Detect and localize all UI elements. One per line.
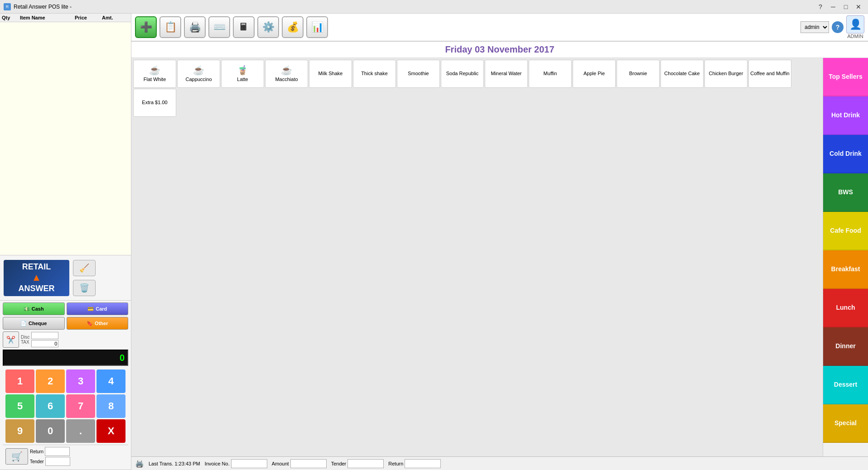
tender-row: Tender (30, 457, 70, 466)
other-button[interactable]: 🔖 Other (67, 317, 129, 330)
numpad-4[interactable]: 4 (96, 369, 125, 393)
numpad-9[interactable]: 9 (5, 419, 34, 443)
product-btn-cappuccino[interactable]: ☕Cappuccino (177, 60, 220, 88)
product-btn-chocolate-cake[interactable]: Chocolate Cake (661, 60, 704, 88)
product-btn-macchiato[interactable]: ☕Macchiato (265, 60, 308, 88)
tender-status-input[interactable] (347, 459, 384, 468)
category-btn-dinner[interactable]: Dinner (823, 327, 868, 366)
order-table: Qty Item Name Price Amt. (0, 14, 131, 255)
cheque-button[interactable]: 📄 Cheque (3, 317, 65, 330)
category-btn-breakfast[interactable]: Breakfast (823, 250, 868, 289)
eraser-button[interactable]: 🧹 (73, 260, 96, 276)
app-icon: R (4, 3, 11, 10)
category-btn-dessert[interactable]: Dessert (823, 366, 868, 404)
print-btn[interactable]: 🖨️ (184, 16, 206, 38)
numpad-8[interactable]: 8 (96, 394, 125, 418)
right-panel: ➕ 📋 🖨️ ⌨️ 🖩 ⚙️ 💰 📊 admin ? 👤 ADMIN (131, 14, 868, 470)
product-btn-thick-shake[interactable]: Thick shake (353, 60, 396, 88)
product-btn-muffin[interactable]: Muffin (529, 60, 572, 88)
return-label: Return (30, 449, 43, 454)
product-btn-flat-white[interactable]: ☕Flat White (133, 60, 176, 88)
numpad-3[interactable]: 3 (66, 369, 95, 393)
col-qty: Qty (2, 15, 20, 20)
logo-actions: 🧹 🗑️ (73, 260, 96, 296)
numpad-dot[interactable]: . (66, 419, 95, 443)
numpad-0[interactable]: 0 (36, 419, 65, 443)
numpad-1[interactable]: 1 (5, 369, 34, 393)
numpad-5[interactable]: 5 (5, 394, 34, 418)
category-btn-special[interactable]: Special (823, 404, 868, 443)
settings-btn[interactable]: ⚙️ (257, 16, 279, 38)
new-order-btn[interactable]: ➕ (135, 16, 157, 38)
product-btn-smoothie[interactable]: Smoothie (397, 60, 440, 88)
category-label-special: Special (834, 419, 857, 427)
cart-button[interactable]: 🛒 (5, 448, 28, 465)
tender-input[interactable] (45, 457, 70, 466)
left-panel: Qty Item Name Price Amt. RETAIL ▲ ANSWER… (0, 14, 131, 470)
money-btn[interactable]: 💰 (282, 16, 304, 38)
category-label-dessert: Dessert (834, 381, 857, 388)
numpad-clear[interactable]: X (96, 419, 125, 443)
category-btn-bws[interactable]: BWS (823, 173, 868, 212)
calculator-btn[interactable]: 🖩 (233, 16, 255, 38)
category-label-top-sellers: Top Sellers (829, 73, 862, 81)
invoice-label: Invoice No. (205, 461, 230, 466)
product-btn-chicken-burger[interactable]: Chicken Burger (704, 60, 747, 88)
orders-list-btn[interactable]: 📋 (159, 16, 181, 38)
product-name-latte: Latte (237, 77, 248, 82)
cash-button[interactable]: 💵 Cash (3, 302, 65, 315)
product-name-smoothie: Smoothie (408, 71, 429, 77)
product-name-extra-1: Extra $1.00 (142, 100, 167, 106)
product-btn-brownie[interactable]: Brownie (617, 60, 660, 88)
product-name-cappuccino: Cappuccino (185, 77, 212, 82)
admin-dropdown[interactable]: admin (800, 21, 829, 33)
user-avatar: 👤 (846, 15, 864, 34)
app-title: Retail Answer POS lite - (14, 4, 72, 10)
invoice-input[interactable] (231, 459, 267, 468)
payment-section: 💵 Cash 💳 Card 📄 Cheque 🔖 Other (0, 301, 131, 470)
tender-field: Tender (331, 459, 384, 468)
product-name-chocolate-cake: Chocolate Cake (664, 71, 699, 77)
tax-input[interactable] (31, 340, 58, 347)
help-button[interactable]: ? (832, 21, 844, 33)
category-label-lunch: Lunch (836, 304, 855, 312)
category-btn-lunch[interactable]: Lunch (823, 289, 868, 327)
window-help-btn[interactable]: ? (815, 2, 826, 11)
reports-btn[interactable]: 📊 (306, 16, 328, 38)
category-btn-top-sellers[interactable]: Top Sellers (823, 58, 868, 96)
last-trans-field: Last Trans. 1:23:43 PM (149, 461, 200, 466)
maximize-btn[interactable]: □ (840, 2, 852, 11)
card-button[interactable]: 💳 Card (67, 302, 129, 315)
numpad-6[interactable]: 6 (36, 394, 65, 418)
category-btn-cold-drink[interactable]: Cold Drink (823, 135, 868, 173)
disc-label: Disc (21, 335, 29, 340)
admin-label: ADMIN (847, 34, 863, 39)
product-name-brownie: Brownie (629, 71, 647, 77)
numpad-2[interactable]: 2 (36, 369, 65, 393)
disc-input[interactable] (31, 332, 58, 339)
discount-button[interactable]: ✂️ (3, 331, 19, 348)
order-table-header: Qty Item Name Price Amt. (0, 14, 131, 22)
category-btn-hot-drink[interactable]: Hot Drink (823, 96, 868, 135)
cheque-label: Cheque (29, 321, 47, 326)
return-input[interactable] (45, 447, 70, 456)
trash-button[interactable]: 🗑️ (73, 280, 96, 296)
return-status-input[interactable] (405, 459, 441, 468)
cash-label: Cash (32, 306, 44, 312)
amount-status-input[interactable] (290, 459, 327, 468)
category-btn-cafe-food[interactable]: Cafe Food (823, 212, 868, 250)
numpad-7[interactable]: 7 (66, 394, 95, 418)
product-btn-milk-shake[interactable]: Milk Shake (309, 60, 352, 88)
close-btn[interactable]: ✕ (853, 2, 864, 11)
title-bar: R Retail Answer POS lite - ? ─ □ ✕ (0, 0, 868, 14)
product-btn-latte[interactable]: 🧋Latte (221, 60, 264, 88)
product-btn-apple-pie[interactable]: Apple Pie (573, 60, 616, 88)
product-btn-mineral-water[interactable]: Mineral Water (485, 60, 528, 88)
product-btn-soda-republic[interactable]: Soda Republic (441, 60, 484, 88)
product-btn-coffee-muffin[interactable]: Coffee and Muffin (748, 60, 791, 88)
keyboard-btn[interactable]: ⌨️ (208, 16, 230, 38)
product-btn-extra-1[interactable]: Extra $1.00 (133, 89, 176, 117)
title-bar-left: R Retail Answer POS lite - (4, 3, 72, 10)
minimize-btn[interactable]: ─ (827, 2, 839, 11)
product-name-coffee-muffin: Coffee and Muffin (750, 71, 789, 77)
